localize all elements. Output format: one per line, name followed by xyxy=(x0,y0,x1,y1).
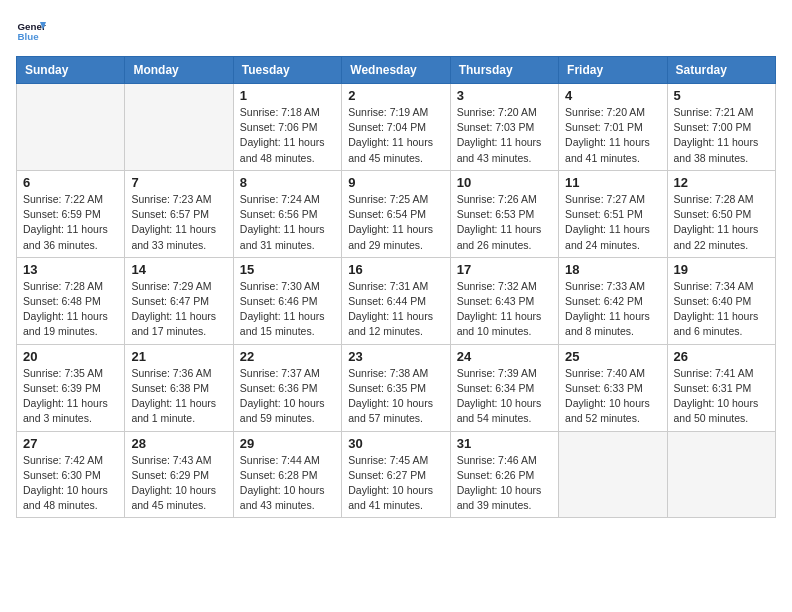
day-info: Sunrise: 7:23 AM Sunset: 6:57 PM Dayligh… xyxy=(131,192,226,253)
day-info: Sunrise: 7:36 AM Sunset: 6:38 PM Dayligh… xyxy=(131,366,226,427)
day-info: Sunrise: 7:21 AM Sunset: 7:00 PM Dayligh… xyxy=(674,105,769,166)
day-number: 27 xyxy=(23,436,118,451)
day-number: 18 xyxy=(565,262,660,277)
calendar-cell: 9Sunrise: 7:25 AM Sunset: 6:54 PM Daylig… xyxy=(342,170,450,257)
day-number: 21 xyxy=(131,349,226,364)
calendar-cell: 3Sunrise: 7:20 AM Sunset: 7:03 PM Daylig… xyxy=(450,84,558,171)
day-number: 28 xyxy=(131,436,226,451)
day-info: Sunrise: 7:42 AM Sunset: 6:30 PM Dayligh… xyxy=(23,453,118,514)
calendar-cell: 19Sunrise: 7:34 AM Sunset: 6:40 PM Dayli… xyxy=(667,257,775,344)
day-number: 22 xyxy=(240,349,335,364)
calendar-cell: 27Sunrise: 7:42 AM Sunset: 6:30 PM Dayli… xyxy=(17,431,125,518)
day-header-friday: Friday xyxy=(559,57,667,84)
day-number: 16 xyxy=(348,262,443,277)
day-number: 20 xyxy=(23,349,118,364)
day-info: Sunrise: 7:44 AM Sunset: 6:28 PM Dayligh… xyxy=(240,453,335,514)
day-number: 13 xyxy=(23,262,118,277)
calendar-cell: 4Sunrise: 7:20 AM Sunset: 7:01 PM Daylig… xyxy=(559,84,667,171)
day-info: Sunrise: 7:20 AM Sunset: 7:03 PM Dayligh… xyxy=(457,105,552,166)
day-info: Sunrise: 7:27 AM Sunset: 6:51 PM Dayligh… xyxy=(565,192,660,253)
calendar-cell: 29Sunrise: 7:44 AM Sunset: 6:28 PM Dayli… xyxy=(233,431,341,518)
calendar-cell: 26Sunrise: 7:41 AM Sunset: 6:31 PM Dayli… xyxy=(667,344,775,431)
calendar-cell: 17Sunrise: 7:32 AM Sunset: 6:43 PM Dayli… xyxy=(450,257,558,344)
day-number: 15 xyxy=(240,262,335,277)
calendar-cell: 5Sunrise: 7:21 AM Sunset: 7:00 PM Daylig… xyxy=(667,84,775,171)
calendar-cell: 14Sunrise: 7:29 AM Sunset: 6:47 PM Dayli… xyxy=(125,257,233,344)
calendar-cell: 21Sunrise: 7:36 AM Sunset: 6:38 PM Dayli… xyxy=(125,344,233,431)
day-header-saturday: Saturday xyxy=(667,57,775,84)
calendar-week-2: 6Sunrise: 7:22 AM Sunset: 6:59 PM Daylig… xyxy=(17,170,776,257)
day-header-tuesday: Tuesday xyxy=(233,57,341,84)
calendar-cell: 28Sunrise: 7:43 AM Sunset: 6:29 PM Dayli… xyxy=(125,431,233,518)
day-info: Sunrise: 7:31 AM Sunset: 6:44 PM Dayligh… xyxy=(348,279,443,340)
calendar-cell: 31Sunrise: 7:46 AM Sunset: 6:26 PM Dayli… xyxy=(450,431,558,518)
day-info: Sunrise: 7:33 AM Sunset: 6:42 PM Dayligh… xyxy=(565,279,660,340)
day-number: 29 xyxy=(240,436,335,451)
day-number: 4 xyxy=(565,88,660,103)
day-number: 26 xyxy=(674,349,769,364)
calendar-cell: 23Sunrise: 7:38 AM Sunset: 6:35 PM Dayli… xyxy=(342,344,450,431)
logo: General Blue xyxy=(16,16,46,46)
day-number: 8 xyxy=(240,175,335,190)
day-info: Sunrise: 7:30 AM Sunset: 6:46 PM Dayligh… xyxy=(240,279,335,340)
calendar-header-row: SundayMondayTuesdayWednesdayThursdayFrid… xyxy=(17,57,776,84)
calendar-cell: 2Sunrise: 7:19 AM Sunset: 7:04 PM Daylig… xyxy=(342,84,450,171)
day-info: Sunrise: 7:38 AM Sunset: 6:35 PM Dayligh… xyxy=(348,366,443,427)
day-info: Sunrise: 7:40 AM Sunset: 6:33 PM Dayligh… xyxy=(565,366,660,427)
page-header: General Blue xyxy=(16,16,776,46)
day-info: Sunrise: 7:35 AM Sunset: 6:39 PM Dayligh… xyxy=(23,366,118,427)
day-info: Sunrise: 7:46 AM Sunset: 6:26 PM Dayligh… xyxy=(457,453,552,514)
day-info: Sunrise: 7:32 AM Sunset: 6:43 PM Dayligh… xyxy=(457,279,552,340)
day-info: Sunrise: 7:34 AM Sunset: 6:40 PM Dayligh… xyxy=(674,279,769,340)
day-info: Sunrise: 7:28 AM Sunset: 6:50 PM Dayligh… xyxy=(674,192,769,253)
calendar-week-1: 1Sunrise: 7:18 AM Sunset: 7:06 PM Daylig… xyxy=(17,84,776,171)
day-number: 14 xyxy=(131,262,226,277)
day-number: 10 xyxy=(457,175,552,190)
day-info: Sunrise: 7:37 AM Sunset: 6:36 PM Dayligh… xyxy=(240,366,335,427)
day-number: 25 xyxy=(565,349,660,364)
calendar-week-3: 13Sunrise: 7:28 AM Sunset: 6:48 PM Dayli… xyxy=(17,257,776,344)
logo-icon: General Blue xyxy=(16,16,46,46)
calendar-cell: 24Sunrise: 7:39 AM Sunset: 6:34 PM Dayli… xyxy=(450,344,558,431)
day-number: 24 xyxy=(457,349,552,364)
calendar-cell: 16Sunrise: 7:31 AM Sunset: 6:44 PM Dayli… xyxy=(342,257,450,344)
day-number: 6 xyxy=(23,175,118,190)
calendar-cell: 11Sunrise: 7:27 AM Sunset: 6:51 PM Dayli… xyxy=(559,170,667,257)
day-info: Sunrise: 7:39 AM Sunset: 6:34 PM Dayligh… xyxy=(457,366,552,427)
day-info: Sunrise: 7:24 AM Sunset: 6:56 PM Dayligh… xyxy=(240,192,335,253)
day-info: Sunrise: 7:25 AM Sunset: 6:54 PM Dayligh… xyxy=(348,192,443,253)
day-number: 12 xyxy=(674,175,769,190)
day-number: 9 xyxy=(348,175,443,190)
day-info: Sunrise: 7:28 AM Sunset: 6:48 PM Dayligh… xyxy=(23,279,118,340)
day-number: 7 xyxy=(131,175,226,190)
day-number: 3 xyxy=(457,88,552,103)
day-number: 30 xyxy=(348,436,443,451)
calendar-cell: 10Sunrise: 7:26 AM Sunset: 6:53 PM Dayli… xyxy=(450,170,558,257)
calendar-cell: 30Sunrise: 7:45 AM Sunset: 6:27 PM Dayli… xyxy=(342,431,450,518)
day-info: Sunrise: 7:29 AM Sunset: 6:47 PM Dayligh… xyxy=(131,279,226,340)
day-header-sunday: Sunday xyxy=(17,57,125,84)
calendar-cell: 8Sunrise: 7:24 AM Sunset: 6:56 PM Daylig… xyxy=(233,170,341,257)
svg-text:Blue: Blue xyxy=(18,31,40,42)
day-info: Sunrise: 7:20 AM Sunset: 7:01 PM Dayligh… xyxy=(565,105,660,166)
day-header-thursday: Thursday xyxy=(450,57,558,84)
calendar-body: 1Sunrise: 7:18 AM Sunset: 7:06 PM Daylig… xyxy=(17,84,776,518)
calendar-cell: 1Sunrise: 7:18 AM Sunset: 7:06 PM Daylig… xyxy=(233,84,341,171)
day-info: Sunrise: 7:18 AM Sunset: 7:06 PM Dayligh… xyxy=(240,105,335,166)
day-number: 2 xyxy=(348,88,443,103)
calendar-week-5: 27Sunrise: 7:42 AM Sunset: 6:30 PM Dayli… xyxy=(17,431,776,518)
calendar-week-4: 20Sunrise: 7:35 AM Sunset: 6:39 PM Dayli… xyxy=(17,344,776,431)
day-header-monday: Monday xyxy=(125,57,233,84)
day-number: 5 xyxy=(674,88,769,103)
calendar-cell: 20Sunrise: 7:35 AM Sunset: 6:39 PM Dayli… xyxy=(17,344,125,431)
day-info: Sunrise: 7:22 AM Sunset: 6:59 PM Dayligh… xyxy=(23,192,118,253)
calendar-cell: 25Sunrise: 7:40 AM Sunset: 6:33 PM Dayli… xyxy=(559,344,667,431)
calendar-cell: 22Sunrise: 7:37 AM Sunset: 6:36 PM Dayli… xyxy=(233,344,341,431)
day-number: 19 xyxy=(674,262,769,277)
day-info: Sunrise: 7:19 AM Sunset: 7:04 PM Dayligh… xyxy=(348,105,443,166)
day-info: Sunrise: 7:41 AM Sunset: 6:31 PM Dayligh… xyxy=(674,366,769,427)
calendar-cell xyxy=(559,431,667,518)
day-number: 31 xyxy=(457,436,552,451)
day-number: 23 xyxy=(348,349,443,364)
day-info: Sunrise: 7:43 AM Sunset: 6:29 PM Dayligh… xyxy=(131,453,226,514)
